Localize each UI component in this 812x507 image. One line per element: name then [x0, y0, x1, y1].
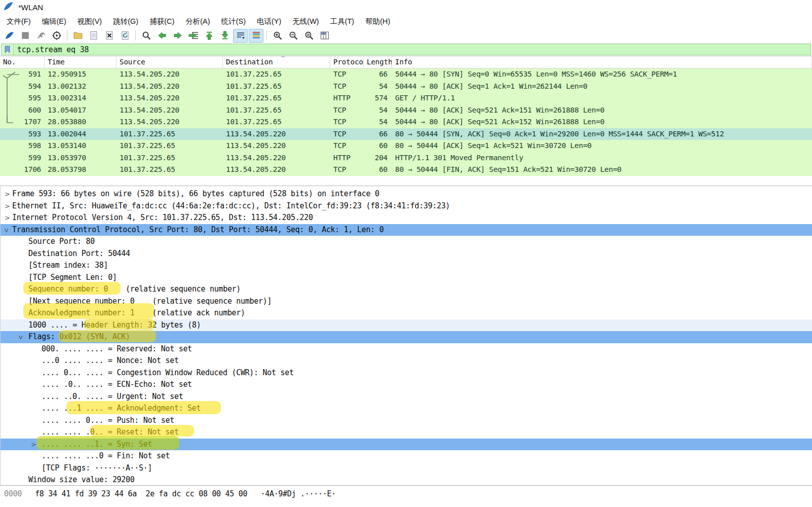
cell-len: 54 — [364, 116, 392, 128]
detail-line[interactable]: >Ethernet II, Src: HuaweiTe_fa:dc:cc (44… — [1, 200, 812, 212]
packet-row-selected[interactable]: 59313.002044101.37.225.65113.54.205.220T… — [0, 128, 812, 140]
detail-text: [TCP Segment Len: 0] — [1, 272, 117, 284]
detail-line[interactable]: [Stream index: 38] — [1, 260, 812, 272]
detail-line[interactable]: Window size value: 29200 — [1, 474, 812, 486]
go-last-icon[interactable] — [217, 29, 232, 43]
menu-item[interactable]: 无线(W) — [287, 15, 324, 28]
detail-line[interactable]: [TCP Flags: ·······A··S·] — [1, 462, 812, 475]
expander-closed-icon[interactable]: > — [5, 200, 10, 212]
go-to-packet-icon[interactable] — [186, 29, 201, 43]
zoom-original-icon[interactable] — [301, 29, 316, 43]
go-forward-icon[interactable] — [170, 29, 185, 43]
detail-line[interactable]: Source Port: 80 — [1, 236, 812, 248]
cell-dst: 101.37.225.65 — [223, 116, 330, 128]
go-back-icon[interactable] — [154, 29, 169, 43]
menu-item[interactable]: 分析(A) — [180, 15, 215, 28]
expander-closed-icon[interactable]: > — [31, 439, 36, 451]
packet-row[interactable]: 59913.053970101.37.225.65113.54.205.220H… — [0, 152, 812, 164]
cell-proto: HTTP — [330, 152, 364, 164]
detail-line[interactable]: .... .... 0... = Push: Not set — [1, 415, 812, 427]
zoom-out-icon[interactable] — [286, 29, 300, 43]
detail-text: .... ..0. .... = Urgent: Not set — [1, 391, 183, 403]
cell-src: 113.54.205.220 — [117, 104, 223, 117]
detail-line[interactable]: >.... .... ..1. = Syn: Set — [1, 439, 812, 451]
expander-open-icon[interactable]: v — [5, 224, 8, 236]
menu-item[interactable]: 文件(F) — [1, 15, 36, 28]
open-file-icon[interactable] — [70, 29, 85, 43]
detail-line[interactable]: 1000 .... = Header Length: 32 bytes (8) — [1, 319, 812, 332]
hex-row[interactable]: 0000 f8 34 41 fd 39 23 44 6a 2e fa dc cc… — [0, 486, 812, 498]
detail-text: Acknowledgment number: 1 (relative ack n… — [1, 307, 245, 319]
detail-line[interactable]: ...0 .... .... = Nonce: Not set — [1, 355, 812, 367]
go-first-icon[interactable] — [202, 29, 216, 43]
cell-src: 113.54.205.220 — [117, 116, 223, 128]
filter-input[interactable]: tcp.stream eq 38 — [14, 45, 89, 54]
packet-row[interactable]: 170728.053880113.54.205.220101.37.225.65… — [0, 116, 812, 128]
save-file-icon[interactable] — [86, 29, 101, 43]
detail-line[interactable]: vTransmission Control Protocol, Src Port… — [1, 224, 812, 236]
cell-no: 599 — [0, 152, 45, 164]
detail-line[interactable]: >Internet Protocol Version 4, Src: 101.3… — [1, 212, 812, 224]
packet-row[interactable]: 59513.002314113.54.205.220101.37.225.65H… — [0, 92, 812, 104]
resize-columns-icon[interactable] — [317, 29, 332, 43]
filter-bookmark-icon[interactable] — [2, 44, 14, 55]
menu-item[interactable]: 统计(S) — [216, 15, 251, 28]
detail-line[interactable]: .... .... .0.. = Reset: Not set — [1, 426, 812, 439]
detail-text: [Next sequence number: 0 (relative seque… — [1, 296, 272, 308]
menu-item[interactable]: 跳转(G) — [107, 15, 144, 28]
menu-item[interactable]: 视图(V) — [72, 15, 107, 28]
column-header-time[interactable]: Time — [45, 56, 117, 68]
detail-line[interactable]: .... .... ...0 = Fin: Not set — [1, 450, 812, 462]
menu-item[interactable]: 工具(T) — [325, 15, 360, 28]
display-filter-bar[interactable]: tcp.stream eq 38 — [1, 44, 811, 55]
detail-line[interactable]: .... .0.. .... = ECN-Echo: Not set — [1, 379, 812, 391]
cell-proto: TCP — [330, 81, 364, 93]
menu-item[interactable]: 电话(Y) — [251, 15, 287, 28]
detail-line[interactable]: vFlags: 0x012 (SYN, ACK) — [1, 331, 812, 343]
close-file-icon[interactable] — [102, 29, 117, 43]
detail-line[interactable]: 000. .... .... = Reserved: Not set — [1, 343, 812, 355]
menu-item[interactable]: 捕获(C) — [144, 15, 180, 28]
expander-closed-icon[interactable]: > — [5, 212, 10, 224]
column-header-length[interactable]: Length — [364, 56, 392, 68]
cell-len: 60 — [364, 164, 392, 176]
menu-bar: 文件(F)编辑(E)视图(V)跳转(G)捕获(C)分析(A)统计(S)电话(Y)… — [0, 14, 812, 28]
detail-line[interactable]: [Next sequence number: 0 (relative seque… — [1, 296, 812, 308]
detail-line[interactable]: Acknowledgment number: 1 (relative ack n… — [1, 307, 812, 319]
capture-options-icon[interactable] — [49, 29, 64, 43]
detail-line[interactable]: Destination Port: 50444 — [1, 248, 812, 260]
auto-scroll-icon[interactable] — [233, 29, 248, 43]
detail-line[interactable]: .... 0... .... = Congestion Window Reduc… — [1, 367, 812, 379]
reload-file-icon[interactable] — [118, 29, 132, 43]
detail-line[interactable]: >Frame 593: 66 bytes on wire (528 bits),… — [1, 188, 812, 200]
column-header-source[interactable]: Source — [117, 56, 223, 68]
column-header-destination[interactable]: Destination^ — [223, 56, 330, 68]
detail-text: .... .... .0.. = Reset: Not set — [1, 426, 179, 439]
colorize-icon[interactable] — [249, 29, 263, 43]
packet-row[interactable]: 59112.950915113.54.205.220101.37.225.65T… — [0, 68, 812, 81]
stop-capture-icon[interactable] — [18, 29, 32, 43]
detail-line[interactable]: .... ..0. .... = Urgent: Not set — [1, 391, 812, 403]
detail-line[interactable]: Sequence number: 0 (relative sequence nu… — [1, 283, 812, 296]
packet-row[interactable]: 170628.053798101.37.225.65113.54.205.220… — [0, 164, 812, 176]
menu-item[interactable]: 编辑(E) — [36, 15, 72, 28]
detail-line[interactable]: .... ...1 .... = Acknowledgment: Set — [1, 403, 812, 415]
find-packet-icon[interactable] — [139, 29, 153, 43]
packet-row[interactable]: 59813.053140101.37.225.65113.54.205.220T… — [0, 140, 812, 152]
column-header-info[interactable]: Info — [392, 56, 812, 68]
column-header-no[interactable]: No. — [0, 56, 45, 68]
column-header-protocol[interactable]: Protocol — [330, 56, 364, 68]
start-capture-icon[interactable] — [2, 29, 17, 43]
cell-src: 101.37.225.65 — [117, 140, 223, 152]
detail-text: Destination Port: 50444 — [1, 248, 130, 260]
packet-row[interactable]: 59413.002132113.54.205.220101.37.225.65T… — [0, 81, 812, 93]
detail-line[interactable]: [TCP Segment Len: 0] — [1, 272, 812, 284]
expander-open-icon[interactable]: v — [19, 331, 22, 343]
menu-item[interactable]: 帮助(H) — [360, 15, 396, 28]
packet-row[interactable]: 60013.054017113.54.205.220101.37.225.65T… — [0, 104, 812, 117]
expander-closed-icon[interactable]: > — [5, 188, 10, 200]
packet-list-pane: No.TimeSourceDestination^ProtocolLengthI… — [0, 56, 812, 176]
restart-capture-icon[interactable] — [33, 29, 48, 43]
hex-dump-pane: 0000 f8 34 41 fd 39 23 44 6a 2e fa dc cc… — [0, 485, 812, 507]
zoom-in-icon[interactable] — [270, 29, 285, 43]
